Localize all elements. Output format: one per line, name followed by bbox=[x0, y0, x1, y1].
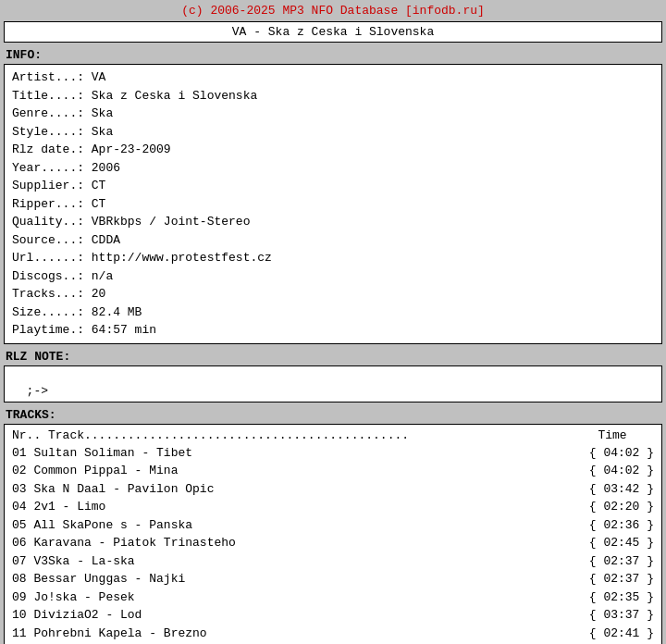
table-row: 04 2v1 - Limo{ 02:20 } bbox=[12, 498, 654, 516]
track-time: { 02:37 } bbox=[571, 570, 654, 588]
info-playtime: Playtime.: 64:57 min bbox=[12, 323, 156, 337]
info-supplier: Supplier.: CT bbox=[12, 179, 105, 192]
track-time: { 02:45 } bbox=[571, 534, 654, 552]
track-title: 04 2v1 - Limo bbox=[12, 498, 571, 516]
table-row: 05 All SkaPone s - Panska{ 02:36 } bbox=[12, 516, 654, 535]
table-row: 03 Ska N Daal - Pavilon Opic{ 03:42 } bbox=[12, 480, 654, 499]
info-artist: Artist...: VA bbox=[12, 70, 105, 84]
track-title: 09 Jo!ska - Pesek bbox=[12, 588, 571, 607]
table-row: 07 V3Ska - La-ska{ 02:37 } bbox=[12, 552, 654, 571]
info-box: Artist...: VA Title....: Ska z Ceska i S… bbox=[4, 64, 662, 344]
track-time: { 02:20 } bbox=[571, 498, 654, 516]
info-source: Source...: CDDA bbox=[12, 233, 120, 247]
track-title: 03 Ska N Daal - Pavilon Opic bbox=[12, 480, 571, 499]
copyright-header: (c) 2006-2025 MP3 NFO Database [infodb.r… bbox=[4, 4, 662, 18]
table-row: 02 Common Pippal - Mina{ 04:02 } bbox=[12, 462, 654, 480]
rlz-note-content: ;-> bbox=[27, 384, 48, 398]
info-quality: Quality..: VBRkbps / Joint-Stereo bbox=[12, 215, 250, 229]
tracks-col-header-track: Nr.. Track..............................… bbox=[12, 428, 571, 442]
track-time: { 02:35 } bbox=[571, 588, 654, 607]
rlz-note-label: RLZ NOTE: bbox=[4, 350, 662, 364]
track-title: 02 Common Pippal - Mina bbox=[12, 462, 571, 480]
tracks-table-header: Nr.. Track..............................… bbox=[12, 428, 654, 442]
info-ripper: Ripper...: CT bbox=[12, 197, 105, 211]
table-row: 11 Pohrebni Kapela - Brezno{ 02:41 } bbox=[12, 625, 654, 643]
info-title: Title....: Ska z Ceska i Slovenska bbox=[12, 89, 257, 103]
album-title: VA - Ska z Ceska i Slovenska bbox=[232, 25, 434, 39]
track-title: 08 Bessar Unggas - Najki bbox=[12, 570, 571, 588]
info-genre: Genre....: Ska bbox=[12, 106, 113, 120]
track-title: 05 All SkaPone s - Panska bbox=[12, 516, 571, 535]
track-title: 10 DiviziaO2 - Lod bbox=[12, 606, 571, 625]
table-row: 01 Sultan Soliman - Tibet{ 04:02 } bbox=[12, 444, 654, 463]
table-row: 10 DiviziaO2 - Lod{ 03:37 } bbox=[12, 606, 654, 625]
track-title: 07 V3Ska - La-ska bbox=[12, 552, 571, 571]
track-time: { 02:36 } bbox=[571, 516, 654, 535]
track-time: { 04:02 } bbox=[571, 444, 654, 463]
track-time: { 02:41 } bbox=[571, 625, 654, 643]
info-year: Year.....: 2006 bbox=[12, 161, 120, 175]
track-time: { 03:42 } bbox=[571, 480, 654, 499]
table-row: 09 Jo!ska - Pesek{ 02:35 } bbox=[12, 588, 654, 607]
tracks-list: 01 Sultan Soliman - Tibet{ 04:02 }02 Com… bbox=[12, 444, 654, 645]
album-title-box: VA - Ska z Ceska i Slovenska bbox=[4, 21, 662, 43]
info-rlz-date: Rlz date.: Apr-23-2009 bbox=[12, 142, 171, 156]
tracks-section-label: TRACKS: bbox=[4, 408, 662, 422]
tracks-box: Nr.. Track..............................… bbox=[4, 424, 662, 645]
info-url: Url......: http://www.protestfest.cz bbox=[12, 251, 272, 265]
table-row: 08 Bessar Unggas - Najki{ 02:37 } bbox=[12, 570, 654, 588]
track-time: { 04:02 } bbox=[571, 462, 654, 480]
track-title: 01 Sultan Soliman - Tibet bbox=[12, 444, 571, 463]
tracks-col-header-time: Time bbox=[571, 428, 654, 442]
track-time: { 03:37 } bbox=[571, 606, 654, 625]
info-tracks: Tracks...: 20 bbox=[12, 287, 105, 301]
track-title: 06 Karavana - Piatok Trinasteho bbox=[12, 534, 571, 552]
info-section-label: INFO: bbox=[4, 48, 662, 62]
rlz-note-box: ;-> bbox=[4, 365, 662, 402]
track-title: 11 Pohrebni Kapela - Brezno bbox=[12, 625, 571, 643]
info-style: Style....: Ska bbox=[12, 125, 113, 139]
info-discogs: Discogs..: n/a bbox=[12, 269, 113, 283]
table-row: 06 Karavana - Piatok Trinasteho{ 02:45 } bbox=[12, 534, 654, 552]
track-time: { 02:37 } bbox=[571, 552, 654, 571]
info-size: Size.....: 82.4 MB bbox=[12, 305, 142, 319]
